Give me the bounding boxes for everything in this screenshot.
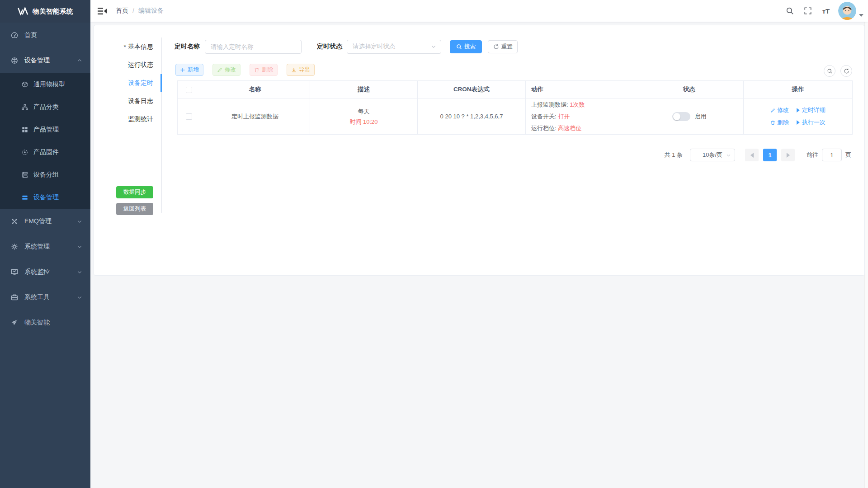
sidebar-item-label: EMQ管理 [24, 217, 52, 225]
breadcrumb-current: 编辑设备 [138, 7, 164, 15]
sidebar-submenu: 通用物模型 产品分类 产品管理 [0, 73, 90, 209]
next-page-button[interactable] [781, 149, 795, 161]
main-area: * 基本信息 运行状态 设备定时 设备日志 监测统计 数据同步 返回列表 [90, 22, 868, 488]
timer-status-select[interactable]: 请选择定时状态 [347, 40, 441, 54]
tab-rail: * 基本信息 运行状态 设备定时 设备日志 监测统计 [94, 38, 162, 128]
data-sync-button[interactable]: 数据同步 [116, 186, 153, 198]
cell-ops: 修改 定时详细 [744, 99, 853, 135]
status-label: 启用 [695, 113, 707, 121]
tab-monitor-stats[interactable]: 监测统计 [94, 110, 162, 128]
cell-name: 定时上报监测数据 [200, 99, 310, 135]
sidebar-item-label: 产品管理 [33, 126, 59, 134]
logo[interactable]: 物美智能系统 [0, 0, 90, 23]
current-page-button[interactable]: 1 [763, 149, 777, 161]
search-icon[interactable] [784, 5, 796, 17]
select-all-checkbox[interactable] [186, 87, 192, 93]
logo-title: 物美智能系统 [33, 7, 73, 16]
sidebar-item-sys-monitor[interactable]: 系统监控 [0, 259, 90, 285]
page-scrollbar[interactable] [864, 22, 868, 488]
prev-page-button[interactable] [745, 149, 759, 161]
col-header-cron: CRON表达式 [418, 81, 526, 99]
row-checkbox[interactable] [186, 113, 192, 120]
sidebar-fold-icon[interactable] [98, 7, 108, 15]
sidebar-item-device-mgmt-sub[interactable]: 设备管理 [0, 186, 90, 209]
action-label: 运行档位: [531, 125, 557, 131]
sidebar-item-label: 设备管理 [33, 193, 59, 202]
breadcrumb: 首页 / 编辑设备 [116, 7, 164, 15]
monitor-icon [9, 268, 20, 276]
edit-button-label: 修改 [225, 66, 236, 74]
op-label: 修改 [777, 106, 789, 114]
page-size-select[interactable]: 10条/页 [690, 149, 735, 161]
sidebar-item-product-firmware[interactable]: 产品固件 [0, 141, 90, 164]
search-button[interactable]: 搜索 [450, 40, 482, 53]
paper-plane-icon [9, 319, 20, 326]
toggle-search-button[interactable] [824, 65, 835, 77]
tab-run-status[interactable]: 运行状态 [94, 56, 162, 74]
search-button-label: 搜索 [464, 43, 476, 51]
col-header-desc: 描述 [310, 81, 418, 99]
table-header-row: 名称 描述 CRON表达式 动作 状态 操作 [178, 81, 853, 99]
row-delete-link[interactable]: 删除 [770, 118, 789, 127]
col-header-name: 名称 [200, 81, 310, 99]
row-edit-link[interactable]: 修改 [770, 106, 789, 114]
pencil-icon [217, 67, 222, 73]
chevron-down-icon [431, 44, 436, 49]
navbar: 首页 / 编辑设备 тT [90, 0, 868, 22]
refresh-table-button[interactable] [840, 65, 852, 77]
sidebar-item-label: 物美智能 [24, 319, 50, 327]
sidebar-item-thing-model[interactable]: 通用物模型 [0, 73, 90, 96]
export-button[interactable]: 导出 [287, 64, 315, 76]
add-button[interactable]: 新增 [175, 64, 203, 76]
tab-basic-info[interactable]: * 基本信息 [94, 38, 162, 56]
user-menu[interactable] [838, 2, 863, 20]
sidebar-item-label: 设备分组 [33, 171, 59, 179]
sidebar-item-wumei[interactable]: 物美智能 [0, 310, 90, 335]
sidebar-item-label: 设备管理 [24, 56, 50, 65]
goto-page-input[interactable] [822, 149, 842, 161]
action-value: 打开 [558, 113, 570, 120]
timer-name-label: 定时名称 [175, 42, 200, 51]
plus-icon [180, 67, 185, 73]
chevron-down-icon [77, 269, 82, 275]
chevron-down-icon [77, 295, 82, 300]
server-group-icon [20, 172, 30, 178]
cube-icon [20, 81, 30, 88]
desc-frequency: 每天 [310, 106, 417, 117]
pagination-total: 共 1 条 [665, 151, 683, 159]
add-button-label: 新增 [188, 66, 199, 74]
sidebar-item-home[interactable]: 首页 [0, 23, 90, 48]
sidebar-item-label: 系统管理 [24, 243, 50, 251]
breadcrumb-home[interactable]: 首页 [116, 7, 128, 15]
delete-button[interactable]: 删除 [250, 64, 278, 76]
sidebar-item-label: 系统工具 [24, 293, 50, 301]
sidebar-item-product-category[interactable]: 产品分类 [0, 96, 90, 118]
status-toggle[interactable] [672, 112, 690, 121]
sidebar-item-product-mgmt[interactable]: 产品管理 [0, 118, 90, 141]
sidebar-item-device-mgmt[interactable]: 设备管理 [0, 48, 90, 73]
cell-actions: 上报监测数据: 1次数 设备开关: 打开 运行档位: 高速档位 [526, 99, 635, 135]
pagination: 共 1 条 10条/页 1 前往 页 [665, 148, 851, 162]
back-to-list-button[interactable]: 返回列表 [116, 203, 153, 215]
sidebar-item-sys-mgmt[interactable]: 系统管理 [0, 234, 90, 259]
edit-button[interactable]: 修改 [212, 64, 241, 76]
col-header-status: 状态 [635, 81, 744, 99]
sidebar-item-emq[interactable]: EMQ管理 [0, 209, 90, 234]
table-row: 定时上报监测数据 每天 时间 10:20 0 20 10 ? * 1,2,3,4… [178, 99, 853, 135]
action-value: 高速档位 [558, 125, 581, 131]
tab-device-log[interactable]: 设备日志 [94, 92, 162, 110]
fullscreen-icon[interactable] [802, 5, 814, 17]
font-size-icon[interactable]: тT [820, 5, 832, 17]
avatar[interactable] [838, 2, 856, 20]
reset-button[interactable]: 重置 [488, 40, 518, 53]
caret-right-icon [796, 108, 800, 113]
chevron-down-icon [726, 153, 731, 158]
device-list-icon [20, 194, 30, 201]
timer-name-input[interactable] [205, 40, 302, 54]
sidebar-item-device-group[interactable]: 设备分组 [0, 164, 90, 186]
row-run-once-link[interactable]: 执行一次 [796, 118, 826, 127]
tab-device-timer[interactable]: 设备定时 [94, 74, 162, 92]
sidebar-item-label: 首页 [24, 31, 37, 39]
sidebar-item-sys-tools[interactable]: 系统工具 [0, 285, 90, 310]
row-timer-detail-link[interactable]: 定时详细 [796, 106, 826, 114]
